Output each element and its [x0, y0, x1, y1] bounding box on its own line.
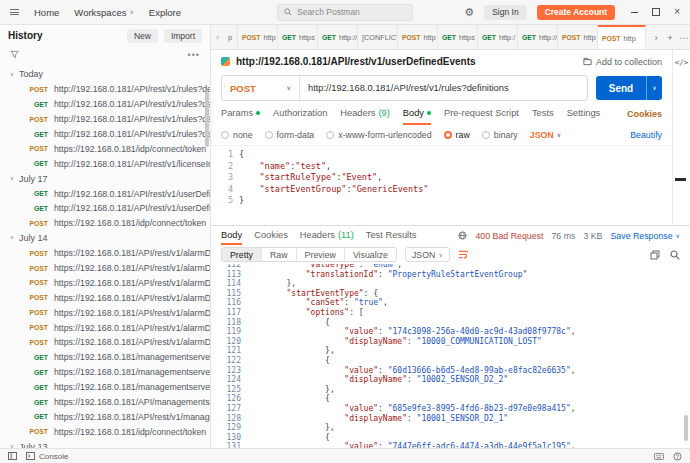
history-item[interactable]: POSThttps://192.168.0.181/API/rest/v1/al… — [0, 275, 210, 290]
history-item[interactable]: GEThttp://192.168.0.181/API/rest/v1/user… — [0, 201, 210, 216]
tab-tests[interactable]: Tests — [532, 103, 554, 125]
tabs-scroll-left-icon[interactable]: ‹ — [211, 25, 224, 49]
history-item[interactable]: GEThttp://192.168.0.181/API/rest/v1/rule… — [0, 127, 210, 142]
send-button[interactable]: Send ∨ — [596, 76, 662, 100]
sidebar-scrollbar[interactable] — [205, 91, 209, 147]
new-button[interactable]: New — [127, 29, 158, 43]
method-badge: GET — [24, 384, 48, 391]
history-group-header[interactable]: ∨July 17 — [0, 171, 210, 186]
history-item[interactable]: POSThttps://192.168.0.181/idp/connect/to… — [0, 424, 210, 439]
open-request-tab[interactable]: [CONFLICT — [358, 25, 398, 49]
open-request-tab[interactable]: POSThttp — [558, 25, 598, 49]
response-body-viewer[interactable]: 1121131141151161171181191201211221231241… — [211, 264, 690, 449]
window-minimize-button[interactable] — [631, 12, 638, 13]
history-item[interactable]: POSThttps://192.168.0.181/API/rest/v1/al… — [0, 335, 210, 350]
history-item[interactable]: POSThttp://192.168.0.181/API/rest/v1/rul… — [0, 82, 210, 97]
history-item[interactable]: GEThttp://192.168.0.181/API/rest/v1/user… — [0, 186, 210, 201]
tab-pre-request-script[interactable]: Pre-request Script — [444, 103, 519, 125]
window-close-button[interactable]: × — [674, 7, 680, 17]
nav-workspaces[interactable]: Workspaces∨ — [74, 7, 134, 18]
wrap-text-icon[interactable] — [458, 250, 469, 259]
history-item[interactable]: GEThttp://192.168.0.181/API/rest/v1/lice… — [0, 156, 210, 171]
history-group-header[interactable]: ∨July 14 — [0, 231, 210, 246]
tab-options-icon[interactable]: ⋯ — [677, 32, 690, 43]
tabs-scroll-right-icon[interactable]: › — [649, 32, 663, 43]
filter-funnel-icon[interactable] — [10, 50, 19, 59]
history-item[interactable]: POSThttps://192.168.0.181/API/rest/v1/al… — [0, 290, 210, 305]
create-account-button[interactable]: Create Account — [537, 5, 616, 20]
history-item[interactable]: POSThttps://192.168.0.181/API/rest/v1/al… — [0, 246, 210, 261]
cookies-link[interactable]: Cookies — [627, 109, 662, 119]
body-mode-x-www-form-urlencoded[interactable]: x-www-form-urlencoded — [326, 130, 431, 140]
open-request-tab[interactable]: GEThttp:/ — [478, 25, 518, 49]
new-tab-icon[interactable]: + — [663, 32, 677, 43]
console-button[interactable]: Console — [26, 452, 68, 461]
body-mode-binary[interactable]: binary — [482, 130, 518, 140]
open-request-tab[interactable]: POSThttp — [398, 25, 438, 49]
sign-in-button[interactable]: Sign In — [484, 5, 526, 20]
tab-settings[interactable]: Settings — [567, 103, 601, 125]
history-item[interactable]: POSThttps://192.168.0.181/API/rest/v1/al… — [0, 320, 210, 335]
history-group-header[interactable]: ∨Today — [0, 67, 210, 82]
search-icon — [284, 8, 292, 16]
copy-icon[interactable] — [650, 250, 660, 260]
open-request-tab[interactable]: GEThttps — [278, 25, 318, 49]
settings-gear-icon[interactable]: ⚙ — [464, 7, 474, 18]
import-button[interactable]: Import — [164, 29, 202, 43]
history-item[interactable]: POSThttps://192.168.0.181/idp/connect/to… — [0, 141, 210, 156]
add-to-collection-button[interactable]: Add to collection — [583, 57, 662, 67]
history-item[interactable]: GEThttps://192.168.0.181/API/managements… — [0, 395, 210, 410]
view-tab-raw[interactable]: Raw — [261, 248, 296, 261]
menu-icon[interactable] — [10, 8, 19, 17]
open-request-tab[interactable]: POSThttp — [238, 25, 278, 49]
response-tab-cookies[interactable]: Cookies — [254, 226, 288, 245]
view-tab-pretty[interactable]: Pretty — [222, 248, 261, 261]
body-mode-form-data[interactable]: form-data — [265, 130, 315, 140]
help-icon[interactable] — [673, 452, 682, 461]
body-mode-raw[interactable]: raw — [444, 130, 470, 140]
open-request-tab[interactable]: GEThttp:// — [518, 25, 558, 49]
tab-headers[interactable]: Headers(9) — [340, 103, 390, 125]
response-language-label: JSON — [412, 250, 435, 260]
save-response-button[interactable]: Save Response ∨ — [610, 231, 680, 241]
history-item[interactable]: GEThttps://192.168.0.181/API/rest/v1/man… — [0, 409, 210, 424]
search-in-response-icon[interactable] — [670, 250, 680, 260]
send-options-chevron-icon[interactable]: ∨ — [646, 76, 662, 100]
tab-authorization[interactable]: Authorization — [273, 103, 327, 125]
history-item[interactable]: GEThttps://192.168.0.181/managementserve… — [0, 380, 210, 395]
view-tab-preview[interactable]: Preview — [296, 248, 344, 261]
history-item[interactable]: POSThttps://192.168.0.181/API/rest/v1/al… — [0, 261, 210, 276]
open-request-tab[interactable]: GEThttp:// — [318, 25, 358, 49]
open-request-tab[interactable]: GEThttps — [438, 25, 478, 49]
method-select[interactable]: POST ∨ — [222, 76, 300, 100]
url-input[interactable] — [300, 76, 587, 100]
response-scrollbar[interactable] — [684, 415, 688, 441]
response-language-select[interactable]: JSON ∨ — [405, 247, 450, 262]
nav-home[interactable]: Home — [34, 7, 59, 18]
response-tab-headers[interactable]: Headers(11) — [300, 226, 354, 245]
more-options-icon[interactable]: ••• — [188, 50, 200, 60]
history-item[interactable]: POSThttp://192.168.0.181/API/rest/v1/rul… — [0, 112, 210, 127]
request-body-editor[interactable]: 12345 { "name":"test", "startRuleType":"… — [211, 145, 672, 225]
code-snippet-icon[interactable]: </> — [673, 58, 690, 67]
sidebar-toggle-icon[interactable] — [8, 452, 17, 460]
view-tab-visualize[interactable]: Visualize — [344, 248, 396, 261]
response-tab-body[interactable]: Body — [221, 226, 242, 245]
body-language-select[interactable]: JSON ∨ — [530, 130, 561, 140]
history-item[interactable]: GEThttp://192.168.0.181/API/rest/v1/rule… — [0, 97, 210, 112]
window-maximize-button[interactable] — [652, 8, 660, 16]
tab-params[interactable]: Params — [221, 103, 260, 125]
open-request-tab[interactable]: POSThttp — [598, 25, 646, 49]
body-mode-none[interactable]: none — [221, 130, 253, 140]
shortcuts-icon[interactable] — [654, 453, 664, 460]
open-request-tab[interactable]: p — [224, 25, 238, 49]
tab-body[interactable]: Body — [403, 103, 431, 125]
response-tab-test-results[interactable]: Test Results — [366, 226, 417, 245]
history-item[interactable]: GEThttps://192.168.0.181/managementserve… — [0, 350, 210, 365]
beautify-link[interactable]: Beautify — [630, 130, 662, 140]
global-search[interactable]: Search Postman — [277, 4, 413, 21]
history-item[interactable]: POSThttps://192.168.0.181/API/rest/v1/al… — [0, 305, 210, 320]
history-item[interactable]: POSThttps://192.168.0.181/idp/connect/to… — [0, 216, 210, 231]
nav-explore[interactable]: Explore — [149, 7, 181, 18]
history-item[interactable]: GEThttps://192.168.0.181/managementserve… — [0, 365, 210, 380]
